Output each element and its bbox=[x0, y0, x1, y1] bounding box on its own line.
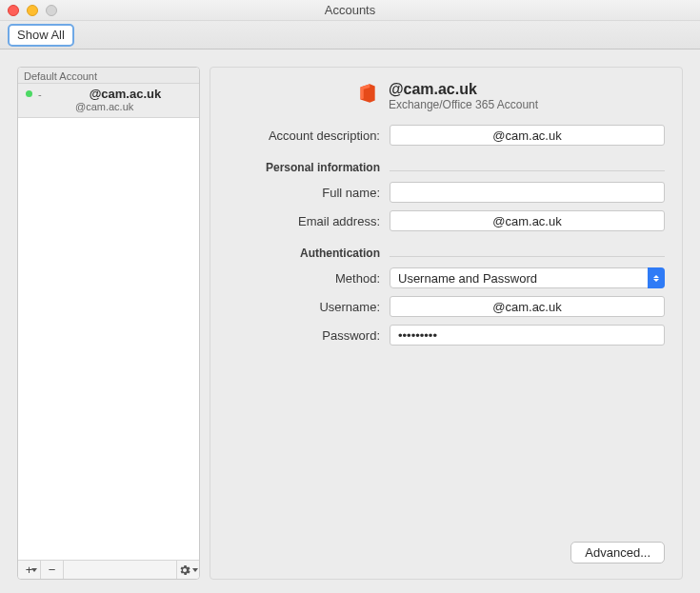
toolbar: Show All bbox=[0, 21, 700, 49]
account-description-input[interactable] bbox=[390, 125, 665, 146]
account-list-item[interactable]: - @cam.ac.uk @cam.ac.uk bbox=[18, 84, 199, 118]
account-sub: @cam.ac.uk bbox=[26, 101, 191, 112]
sidebar-fill bbox=[18, 118, 199, 560]
gear-icon[interactable] bbox=[176, 561, 199, 579]
dash-icon: - bbox=[38, 89, 42, 100]
label-email: Email address: bbox=[228, 214, 380, 228]
accounts-sidebar: Default Account - @cam.ac.uk @cam.ac.uk … bbox=[17, 67, 200, 580]
account-name: @cam.ac.uk bbox=[48, 87, 162, 101]
label-method: Method: bbox=[228, 271, 380, 286]
section-auth: Authentication bbox=[228, 239, 380, 260]
divider bbox=[390, 170, 665, 171]
account-type: Exchange/Office 365 Account bbox=[389, 98, 538, 111]
username-input[interactable] bbox=[390, 296, 665, 317]
window-titlebar: Accounts bbox=[0, 0, 700, 21]
label-username: Username: bbox=[228, 300, 380, 314]
status-dot-icon bbox=[26, 90, 32, 97]
show-all-button[interactable]: Show All bbox=[8, 24, 74, 47]
advanced-button[interactable]: Advanced... bbox=[570, 542, 665, 563]
account-detail-panel: @cam.ac.uk Exchange/Office 365 Account A… bbox=[210, 67, 683, 580]
account-title: @cam.ac.uk bbox=[389, 81, 538, 98]
password-input[interactable] bbox=[390, 325, 665, 346]
section-personal: Personal information bbox=[228, 153, 380, 174]
fullname-input[interactable] bbox=[390, 182, 665, 203]
select-stepper-icon[interactable] bbox=[648, 267, 665, 288]
label-password: Password: bbox=[228, 328, 380, 343]
label-description: Account description: bbox=[228, 128, 380, 143]
account-header: @cam.ac.uk Exchange/Office 365 Account bbox=[228, 81, 665, 111]
remove-account-button[interactable]: − bbox=[41, 561, 64, 579]
chevron-down-icon bbox=[192, 568, 198, 572]
label-fullname: Full name: bbox=[228, 186, 380, 200]
email-input[interactable] bbox=[390, 210, 665, 231]
sidebar-header: Default Account bbox=[18, 68, 199, 84]
divider bbox=[390, 256, 665, 257]
window-title: Accounts bbox=[0, 3, 700, 17]
sidebar-footer: + − bbox=[18, 560, 199, 579]
add-account-button[interactable]: + bbox=[18, 561, 41, 579]
method-select[interactable]: Username and Password bbox=[390, 267, 665, 288]
office-logo-icon bbox=[354, 81, 379, 106]
